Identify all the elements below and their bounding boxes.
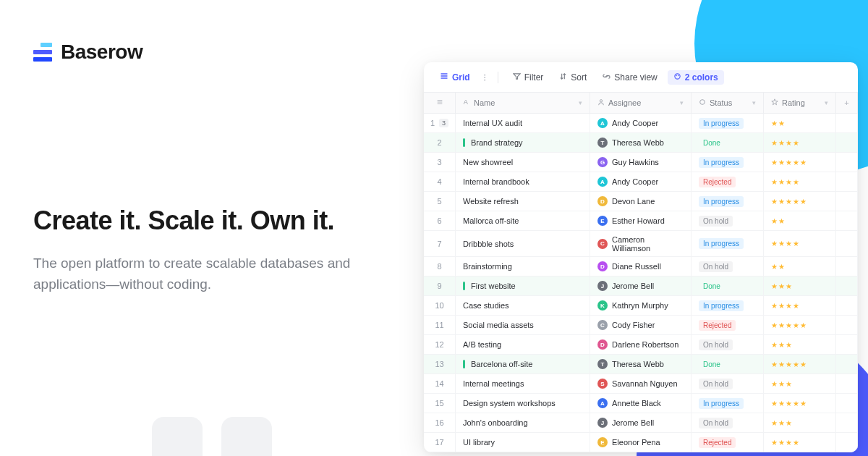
status-cell[interactable]: Rejected [692,316,764,334]
assignee-cell[interactable]: AAndy Cooper [590,114,692,132]
status-cell[interactable]: In progress [692,394,764,413]
assignee-cell[interactable]: JJerome Bell [590,413,692,432]
table-row[interactable]: 3New showreelGGuy HawkinsIn progress★★★★… [424,153,858,172]
view-menu-icon[interactable]: ⁝ [480,72,489,83]
rating-cell[interactable]: ★★ [764,114,836,132]
assignee-cell[interactable]: CCody Fisher [590,316,692,334]
row-number-header[interactable] [424,93,456,113]
rating-cell[interactable]: ★★★ [764,413,836,432]
table-row[interactable]: 12A/B testingDDarlene RobertsonOn hold★★… [424,335,858,355]
table-row[interactable]: 5Website refreshDDevon LaneIn progress★★… [424,192,858,211]
table-row[interactable]: 17UI libraryEEleonor PenaRejected★★★★ [424,433,858,452]
name-cell[interactable]: John's onboarding [456,413,590,432]
status-cell[interactable]: In progress [692,192,764,211]
column-header-assignee[interactable]: Assignee ▾ [590,93,692,113]
rating-cell[interactable]: ★★★★ [764,296,836,315]
filter-button[interactable]: Filter [507,70,550,85]
table-row[interactable]: 6Mallorca off-siteEEsther HowardOn hold★… [424,211,858,231]
column-header-status[interactable]: Status ▾ [692,93,764,113]
assignee-cell[interactable]: AAnnette Black [590,394,692,413]
colors-button[interactable]: 2 colors [668,70,724,85]
name-cell[interactable]: Design system workshops [456,394,590,413]
table-row[interactable]: 13Internal UX auditAAndy CooperIn progre… [424,114,858,133]
row-number-cell: 4 [424,172,456,191]
status-cell[interactable]: Done [692,355,764,373]
rating-cell[interactable]: ★★★★★ [764,153,836,172]
name-cell[interactable]: Internal brandbook [456,172,590,191]
table-row[interactable]: 14Internal meetingsSSavannah NguyenOn ho… [424,374,858,394]
table-row[interactable]: 10Case studiesKKathryn MurphyIn progress… [424,296,858,316]
assignee-cell[interactable]: GGuy Hawkins [590,153,692,172]
share-button[interactable]: Share view [597,70,663,85]
name-cell[interactable]: UI library [456,433,590,452]
rating-cell[interactable]: ★★★ [764,374,836,393]
rating-cell[interactable]: ★★★★★ [764,355,836,373]
rating-cell[interactable]: ★★★★ [764,433,836,452]
status-cell[interactable]: In progress [692,296,764,315]
name-cell[interactable]: Website refresh [456,192,590,211]
rating-cell[interactable]: ★★ [764,211,836,230]
name-cell[interactable]: First website [456,276,590,295]
assignee-cell[interactable]: JJerome Bell [590,276,692,295]
status-cell[interactable]: On hold [692,374,764,393]
name-cell[interactable]: Barcelona off-site [456,355,590,373]
rating-cell[interactable]: ★★★★ [764,133,836,152]
name-cell[interactable]: Dribbble shots [456,231,590,256]
status-cell[interactable]: Done [692,133,764,152]
name-cell[interactable]: New showreel [456,153,590,172]
name-cell[interactable]: Social media assets [456,316,590,334]
assignee-cell[interactable]: DDarlene Robertson [590,335,692,354]
table-row[interactable]: 9First websiteJJerome BellDone★★★ [424,276,858,296]
name-cell[interactable]: Internal meetings [456,374,590,393]
status-cell[interactable]: Rejected [692,172,764,191]
assignee-cell[interactable]: SSavannah Nguyen [590,374,692,393]
rating-cell[interactable]: ★★ [764,257,836,276]
rating-cell[interactable]: ★★★ [764,276,836,295]
rating-cell[interactable]: ★★★ [764,335,836,354]
column-header-rating[interactable]: Rating ▾ [764,93,836,113]
status-cell[interactable]: Rejected [692,433,764,452]
table-row[interactable]: 13Barcelona off-siteTTheresa WebbDone★★★… [424,355,858,374]
assignee-cell[interactable]: EEleonor Pena [590,433,692,452]
assignee-cell[interactable]: CCameron Williamson [590,231,692,256]
rating-cell[interactable]: ★★★★ [764,172,836,191]
status-cell[interactable]: In progress [692,114,764,132]
rating-cell[interactable]: ★★★★ [764,231,836,256]
name-cell[interactable]: Internal UX audit [456,114,590,132]
rating-cell[interactable]: ★★★★★ [764,192,836,211]
assignee-cell[interactable]: TTheresa Webb [590,133,692,152]
table-row[interactable]: 11Social media assetsCCody FisherRejecte… [424,316,858,335]
status-cell[interactable]: On hold [692,257,764,276]
status-cell[interactable]: On hold [692,211,764,230]
view-switcher[interactable]: Grid [434,69,476,85]
done-indicator [463,138,465,147]
assignee-cell[interactable]: KKathryn Murphy [590,296,692,315]
table-row[interactable]: 2Brand strategyTTheresa WebbDone★★★★ [424,133,858,153]
assignee-cell[interactable]: DDevon Lane [590,192,692,211]
assignee-cell[interactable]: TTheresa Webb [590,355,692,373]
assignee-cell[interactable]: DDiane Russell [590,257,692,276]
palette-icon [673,72,681,83]
status-cell[interactable]: In progress [692,231,764,256]
name-cell[interactable]: Brainstorming [456,257,590,276]
name-cell[interactable]: Case studies [456,296,590,315]
name-cell[interactable]: A/B testing [456,335,590,354]
assignee-cell[interactable]: AAndy Cooper [590,172,692,191]
status-cell[interactable]: Done [692,276,764,295]
table-row[interactable]: 16John's onboardingJJerome BellOn hold★★… [424,413,858,433]
status-cell[interactable]: On hold [692,413,764,432]
assignee-cell[interactable]: EEsther Howard [590,211,692,230]
name-cell[interactable]: Mallorca off-site [456,211,590,230]
rating-cell[interactable]: ★★★★★ [764,394,836,413]
table-row[interactable]: 7Dribbble shotsCCameron WilliamsonIn pro… [424,231,858,257]
sort-button[interactable]: Sort [553,70,592,85]
table-row[interactable]: 4Internal brandbookAAndy CooperRejected★… [424,172,858,192]
name-cell[interactable]: Brand strategy [456,133,590,152]
column-header-name[interactable]: A Name ▾ [456,93,590,113]
add-column-button[interactable]: + [836,93,858,113]
table-row[interactable]: 8BrainstormingDDiane RussellOn hold★★ [424,257,858,276]
rating-cell[interactable]: ★★★★★ [764,316,836,334]
status-cell[interactable]: On hold [692,335,764,354]
status-cell[interactable]: In progress [692,153,764,172]
table-row[interactable]: 15Design system workshopsAAnnette BlackI… [424,394,858,413]
